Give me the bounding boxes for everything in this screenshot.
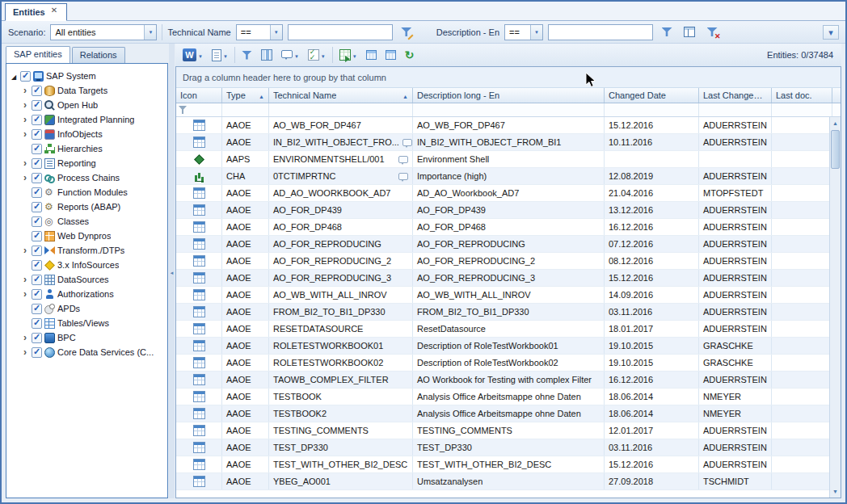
cell-description[interactable]: AO_FOR_REPRODUCING_3 [413, 270, 605, 286]
cell-last-doc[interactable] [772, 473, 832, 489]
cell-icon[interactable] [176, 185, 222, 201]
chevron-down-icon[interactable] [223, 50, 228, 60]
clear-filter-button[interactable] [703, 23, 721, 41]
cell-last-changed-by[interactable]: ADUERRSTEIN [699, 219, 772, 235]
column-header-icon[interactable]: Icon [176, 88, 222, 103]
cell-changed-date[interactable]: 21.04.2016 [605, 185, 699, 201]
cell-type[interactable]: AAOE [222, 219, 269, 235]
paste-table-button[interactable] [383, 46, 398, 64]
tree-item-authorizations[interactable]: Authorizations [6, 287, 167, 301]
tree-item-transform-dtps[interactable]: Transform./DTPs [6, 243, 167, 258]
expand-arrow-icon[interactable] [21, 115, 29, 124]
checkbox[interactable] [32, 100, 42, 111]
column-header-last-doc[interactable]: Last doc. [772, 88, 832, 103]
vertical-scrollbar[interactable] [829, 117, 841, 498]
cell-type[interactable]: AAOE [222, 202, 269, 218]
tree-item-tables-views[interactable]: Tables/Views [6, 316, 167, 330]
expand-arrow-icon[interactable] [21, 100, 29, 110]
cell-type[interactable]: AAOE [222, 405, 269, 422]
table-row[interactable]: CHA0TCTIMPRTNCImportance (high)12.08.201… [176, 168, 841, 185]
filter-edit-button[interactable] [398, 23, 415, 41]
checkbox[interactable] [32, 260, 42, 271]
cell-icon[interactable] [176, 287, 222, 303]
group-by-bar[interactable]: Drag a column header here to group by th… [176, 67, 841, 88]
cell-changed-date[interactable]: 16.12.2016 [605, 372, 699, 388]
cell-description[interactable]: AO Workbook for Testing with complex Fil… [413, 372, 605, 388]
table-row[interactable]: AAOEROLETESTWORKBOOK01Description of Rol… [176, 338, 841, 355]
cell-icon[interactable] [176, 355, 222, 371]
table-row[interactable]: AAOERESETDATASOURCEResetDatasource18.01.… [176, 321, 841, 338]
tree-item-infoobjects[interactable]: InfoObjects [6, 127, 167, 141]
column-header-technical-name[interactable]: Technical Name [269, 88, 413, 103]
cell-type[interactable]: AAOE [222, 321, 269, 337]
column-header-description-long-en[interactable]: Description long - En [413, 88, 605, 103]
tree-item-web-dynpros[interactable]: Web Dynpros [6, 229, 167, 243]
cell-description[interactable]: TEST_DP330 [413, 439, 605, 456]
scroll-down-icon[interactable] [830, 485, 841, 498]
expand-arrow-icon[interactable] [21, 86, 29, 95]
cell-changed-date[interactable]: 15.12.2016 [605, 117, 699, 133]
checkbox[interactable] [32, 289, 42, 300]
tree-item-apds[interactable]: APDs [6, 301, 167, 316]
table-row[interactable]: AAOEAO_FOR_REPRODUCING_2AO_FOR_REPRODUCI… [176, 253, 841, 270]
tab-entities[interactable]: Entities [5, 3, 67, 21]
cell-changed-date[interactable]: 08.12.2016 [605, 253, 699, 269]
cell-description[interactable]: Analysis Office Arbeitsmappe ohne Daten [413, 388, 605, 405]
cell-description[interactable]: Description of RoleTestWorkbook02 [413, 355, 605, 371]
scroll-thumb[interactable] [831, 130, 840, 169]
cell-last-changed-by[interactable]: ADUERRSTEIN [699, 439, 772, 456]
checkbox[interactable] [32, 144, 42, 154]
table-row[interactable]: AAOEROLETESTWORKBOOK02Description of Rol… [176, 355, 841, 372]
chevron-down-icon[interactable] [530, 25, 542, 40]
cell-description[interactable]: AD_AO_Woorkbook_AD7 [413, 185, 605, 201]
cell-icon[interactable] [176, 473, 222, 489]
close-tab-icon[interactable] [51, 8, 59, 16]
copy-table-button[interactable] [364, 46, 379, 64]
cell-type[interactable]: AAOE [222, 236, 269, 252]
cell-type[interactable]: AAOE [222, 134, 269, 150]
filter-cell[interactable] [176, 103, 222, 116]
table-row[interactable]: AAOETESTBOOKAnalysis Office Arbeitsmappe… [176, 388, 841, 405]
description-operator-select[interactable]: == [504, 24, 543, 40]
refresh-button[interactable] [402, 46, 419, 64]
tree-item-reports-abap[interactable]: Reports (ABAP) [6, 200, 167, 214]
cell-icon[interactable] [176, 219, 222, 235]
chevron-down-icon[interactable] [321, 50, 326, 60]
checkbox[interactable] [32, 216, 42, 227]
chevron-down-icon[interactable] [294, 50, 299, 60]
cell-icon[interactable] [176, 388, 222, 405]
cell-icon[interactable] [176, 253, 222, 269]
table-row[interactable]: AAOEFROM_BI2_TO_BI1_DP330FROM_BI2_TO_BI1… [176, 304, 841, 321]
cell-description[interactable]: Analysis Office Arbeitsmappe ohne Daten [413, 405, 605, 422]
technical-name-input[interactable] [288, 24, 393, 40]
cell-last-changed-by[interactable]: GRASCHKE [699, 338, 772, 354]
cell-changed-date[interactable]: 18.01.2017 [605, 321, 699, 337]
table-row[interactable]: AAOETESTING_COMMENTSTESTING_COMMENTS12.0… [176, 422, 841, 439]
cell-icon[interactable] [176, 456, 222, 472]
cell-description[interactable]: AO_WB_WITH_ALL_INROV [413, 287, 605, 303]
cell-technical-name[interactable]: ENVIRONMENTSHELL/001 [269, 151, 413, 167]
cell-technical-name[interactable]: TEST_WITH_OTHER_BI2_DESC [269, 456, 413, 472]
checkbox[interactable] [32, 115, 42, 125]
cell-description[interactable]: TESTING_COMMENTS [413, 422, 605, 439]
cell-last-changed-by[interactable]: ADUERRSTEIN [699, 456, 772, 472]
cell-last-doc[interactable] [772, 422, 832, 439]
cell-last-changed-by[interactable]: ADUERRSTEIN [699, 422, 772, 439]
chevron-down-icon[interactable] [144, 25, 156, 40]
filter-cell[interactable] [772, 103, 832, 116]
expand-arrow-icon[interactable] [21, 275, 29, 284]
cell-changed-date[interactable]: 18.06.2014 [605, 388, 699, 405]
cell-changed-date[interactable]: 12.08.2019 [605, 168, 699, 184]
cell-technical-name[interactable]: YBEG_AO001 [269, 473, 413, 489]
cell-changed-date[interactable]: 15.12.2016 [605, 456, 699, 472]
cell-last-changed-by[interactable]: ADUERRSTEIN [699, 270, 772, 286]
cell-description[interactable]: TEST_WITH_OTHER_BI2_DESC [413, 456, 605, 472]
cell-icon[interactable] [176, 321, 222, 337]
cell-type[interactable]: AAPS [222, 151, 269, 167]
cell-type[interactable]: AAOE [222, 304, 269, 320]
tab-relations[interactable]: Relations [72, 47, 125, 63]
cell-last-doc[interactable] [772, 151, 832, 167]
cell-changed-date[interactable]: 10.11.2016 [605, 134, 699, 150]
collapse-panel-button[interactable] [823, 25, 839, 40]
layout-button[interactable] [681, 23, 698, 41]
